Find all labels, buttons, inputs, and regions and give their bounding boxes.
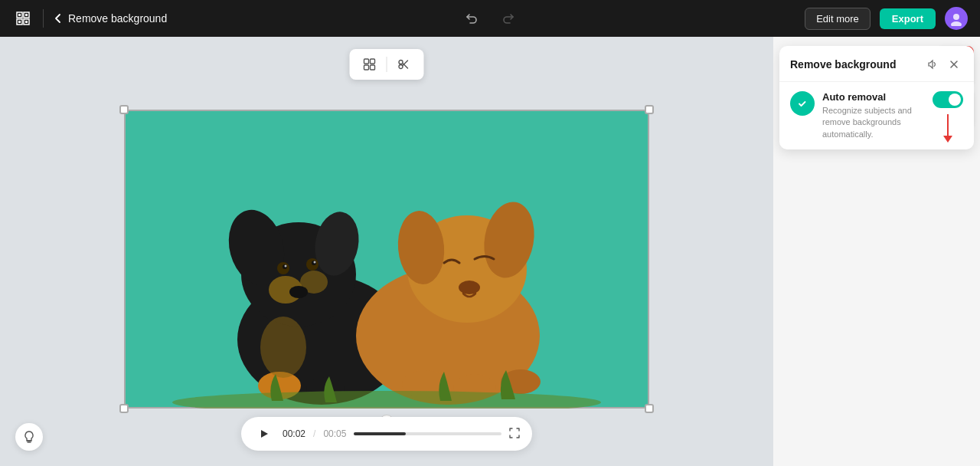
auto-removal-toggle bbox=[933, 91, 963, 108]
right-panel: Remove background bbox=[773, 37, 980, 466]
svg-rect-2 bbox=[364, 59, 369, 64]
svg-point-33 bbox=[797, 98, 808, 109]
undo-button[interactable] bbox=[459, 6, 484, 31]
red-arrow-head bbox=[943, 136, 952, 143]
scissors-button[interactable] bbox=[394, 54, 415, 75]
topbar-right: Edit more Export bbox=[805, 7, 968, 30]
back-button[interactable]: Remove background bbox=[53, 12, 167, 25]
remove-bg-panel: Remove background bbox=[779, 46, 974, 149]
topbar-left: Remove background bbox=[12, 8, 167, 29]
canvas-area: 00:02 / 00:05 bbox=[0, 37, 773, 466]
svg-point-0 bbox=[953, 14, 959, 20]
edit-more-button[interactable]: Edit more bbox=[805, 8, 871, 30]
svg-point-18 bbox=[285, 265, 287, 267]
auto-removal-desc: Recognize subjects and remove background… bbox=[822, 105, 925, 140]
grid-button[interactable] bbox=[359, 54, 381, 75]
app-logo[interactable] bbox=[12, 8, 34, 29]
topbar-divider bbox=[43, 9, 44, 28]
redo-button[interactable] bbox=[496, 6, 521, 31]
export-button[interactable]: Export bbox=[880, 8, 936, 29]
svg-point-19 bbox=[314, 261, 316, 264]
panel-header-icons bbox=[923, 55, 963, 74]
current-time: 00:02 bbox=[283, 428, 305, 439]
handle-top-left[interactable] bbox=[119, 105, 129, 114]
handle-bottom-left[interactable] bbox=[119, 404, 129, 413]
panel-header: Remove background bbox=[779, 46, 974, 82]
handle-bottom-right[interactable] bbox=[645, 404, 654, 413]
handle-top-right[interactable] bbox=[645, 105, 654, 114]
svg-point-7 bbox=[399, 65, 403, 69]
puppies-image bbox=[172, 140, 601, 409]
total-time: 00:05 bbox=[323, 428, 346, 439]
page-title: Remove background bbox=[68, 12, 167, 25]
svg-point-28 bbox=[459, 281, 480, 294]
svg-rect-3 bbox=[371, 59, 375, 64]
toggle-switch[interactable] bbox=[933, 91, 963, 108]
fullscreen-button[interactable] bbox=[509, 428, 520, 441]
panel-content: Auto removal Recognize subjects and remo… bbox=[779, 82, 974, 149]
lightbulb-button[interactable] bbox=[15, 423, 43, 451]
sound-button[interactable] bbox=[923, 55, 942, 74]
video-player: 00:02 / 00:05 bbox=[241, 417, 532, 451]
canvas-toolbar bbox=[350, 49, 424, 80]
svg-point-23 bbox=[260, 317, 306, 378]
red-arrow-indicator bbox=[943, 114, 952, 143]
progress-fill bbox=[354, 432, 405, 435]
time-divider: / bbox=[313, 428, 315, 439]
toggle-slider bbox=[933, 91, 963, 108]
svg-rect-4 bbox=[364, 65, 369, 70]
play-button[interactable] bbox=[253, 423, 275, 445]
svg-point-1 bbox=[951, 21, 962, 26]
topbar: Remove background Edit more Export bbox=[0, 0, 980, 37]
user-avatar[interactable] bbox=[945, 7, 968, 30]
toolbar-divider bbox=[387, 57, 387, 72]
svg-point-32 bbox=[172, 391, 601, 409]
auto-removal-row: Auto removal Recognize subjects and remo… bbox=[790, 91, 963, 140]
red-arrow-line bbox=[947, 114, 949, 136]
close-panel-button[interactable] bbox=[945, 55, 963, 74]
panel-title: Remove background bbox=[790, 58, 896, 71]
main-area: 00:02 / 00:05 Remove bac bbox=[0, 37, 980, 466]
svg-rect-5 bbox=[371, 65, 375, 70]
auto-removal-text: Auto removal Recognize subjects and remo… bbox=[822, 91, 925, 140]
svg-point-6 bbox=[399, 61, 403, 64]
image-container[interactable] bbox=[124, 110, 649, 409]
auto-removal-icon bbox=[790, 91, 815, 116]
auto-removal-title: Auto removal bbox=[822, 91, 925, 103]
svg-point-20 bbox=[289, 286, 308, 298]
topbar-center bbox=[459, 6, 521, 31]
progress-bar[interactable] bbox=[354, 432, 501, 435]
